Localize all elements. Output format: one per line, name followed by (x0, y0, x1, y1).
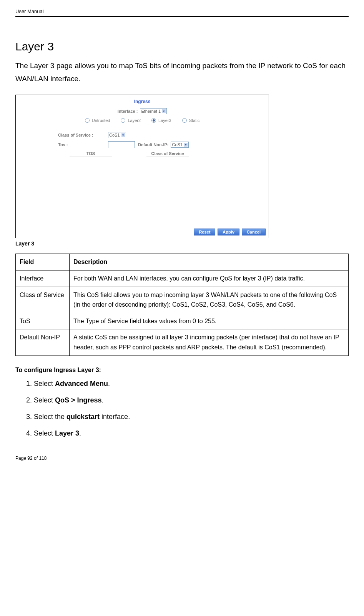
interface-select-value: Ethernet 1 (141, 109, 161, 114)
page-number: Page 92 of 118 (15, 456, 47, 461)
th-description: Description (70, 254, 349, 270)
radio-layer3[interactable]: Layer3 (151, 118, 171, 123)
table-row: Class of Service This CoS field allows y… (16, 287, 349, 313)
figure-caption: Layer 3 (15, 240, 349, 247)
cell-field: Class of Service (16, 287, 70, 313)
cancel-button[interactable]: Cancel (242, 229, 266, 235)
page-header: User Manual (15, 8, 349, 17)
cell-desc: This CoS field allows you to map incomin… (70, 287, 349, 313)
chevron-down-icon: ▾ (184, 143, 188, 147)
page-footer: Page 92 of 118 (15, 453, 349, 461)
cell-field: Default Non-IP (16, 329, 70, 356)
table-header-row: Field Description (16, 254, 349, 270)
field-description-table: Field Description Interface For both WAN… (15, 254, 349, 356)
reset-button[interactable]: Reset (194, 229, 215, 235)
default-nonip-value: CoS1 (172, 142, 183, 147)
table-row: ToS The Type of Service field takes valu… (16, 313, 349, 329)
list-item: Select the quickstart interface. (34, 413, 349, 421)
radio-untrusted-label: Untrusted (92, 118, 110, 123)
cell-field: Interface (16, 270, 70, 287)
intro-paragraph: The Layer 3 page allows you to map ToS b… (15, 59, 349, 85)
cos-label: Class of Service : (58, 133, 108, 137)
table-row: Interface For both WAN and LAN interface… (16, 270, 349, 287)
button-bar: Reset Apply Cancel (16, 226, 269, 238)
list-item: Select QoS > Ingress. (34, 396, 349, 404)
default-nonip-label: Default Non-IP: (138, 142, 168, 147)
default-nonip-select[interactable]: CoS1 ▾ (171, 142, 189, 148)
mode-radio-group: Untrusted Layer2 Layer3 Static (16, 118, 269, 123)
page-title: Layer 3 (15, 40, 349, 53)
list-item: Select Advanced Menu. (34, 380, 349, 388)
table-row: Default Non-IP A static CoS can be assig… (16, 329, 349, 356)
radio-layer3-label: Layer3 (158, 118, 171, 123)
col-tos-header: TOS (70, 151, 112, 157)
interface-select[interactable]: Ethernet 1 ▾ (140, 108, 167, 114)
doc-title: User Manual (15, 8, 44, 14)
cos-select[interactable]: CoS1 ▾ (108, 132, 126, 138)
radio-untrusted[interactable]: Untrusted (85, 118, 110, 123)
radio-static[interactable]: Static (182, 118, 200, 123)
tos-input[interactable] (108, 141, 135, 148)
th-field: Field (16, 254, 70, 270)
cell-field: ToS (16, 313, 70, 329)
tos-label: Tos : (58, 142, 108, 147)
radio-layer2[interactable]: Layer2 (121, 118, 141, 123)
chevron-down-icon: ▾ (121, 133, 125, 137)
cell-desc: A static CoS can be assigned to all laye… (70, 329, 349, 356)
ingress-heading: Ingress (16, 99, 269, 104)
interface-label: Interface : (118, 109, 138, 114)
interface-row: Interface : Ethernet 1 ▾ (16, 108, 269, 114)
instructions-list: Select Advanced Menu. Select QoS > Ingre… (34, 380, 349, 437)
ingress-form: Class of Service : CoS1 ▾ Tos : Default … (58, 132, 269, 157)
chevron-down-icon: ▾ (162, 109, 166, 113)
radio-layer2-label: Layer2 (128, 118, 141, 123)
list-item: Select Layer 3. (34, 429, 349, 437)
cos-select-value: CoS1 (109, 133, 120, 137)
col-cos-header: Class of Service (146, 151, 189, 157)
apply-button[interactable]: Apply (218, 229, 239, 235)
cell-desc: For both WAN and LAN interfaces, you can… (70, 270, 349, 287)
instructions-heading: To configure Ingress Layer 3: (15, 367, 349, 374)
cell-desc: The Type of Service field takes values f… (70, 313, 349, 329)
ingress-screenshot: Ingress Interface : Ethernet 1 ▾ Untrust… (15, 95, 269, 238)
radio-static-label: Static (189, 118, 200, 123)
